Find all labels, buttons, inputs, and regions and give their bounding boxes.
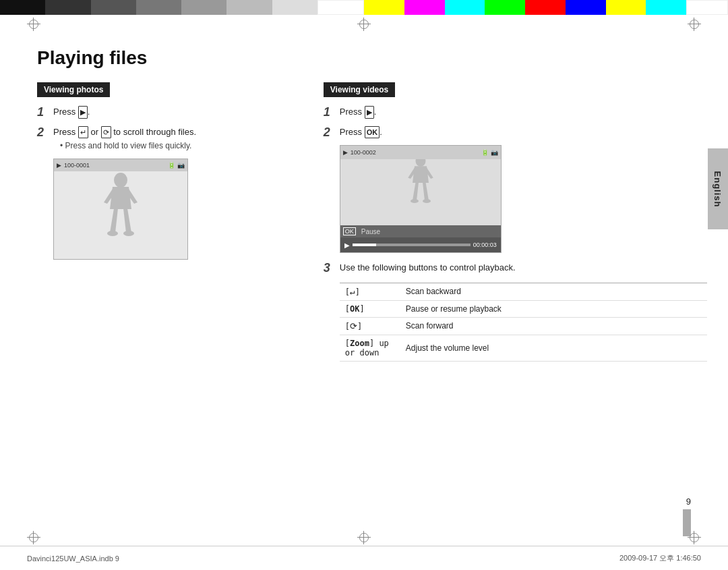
svg-marker-12 <box>413 182 419 200</box>
svg-point-14 <box>411 199 419 203</box>
left-button-icon: ↵ <box>78 126 88 139</box>
color-swatch-cyan2 <box>646 0 686 15</box>
video-label-bar: OK Pause <box>340 225 501 237</box>
spacer <box>324 47 691 82</box>
preview-filename: 100-0001 <box>64 162 90 169</box>
key-left: [↵] <box>345 287 360 297</box>
right-button-icon: ⟳ <box>101 126 111 139</box>
video-preview-icons: 🔋 📷 <box>481 149 498 156</box>
photos-step2-text: Press ↵ or ⟳ to scroll through files. <box>53 127 196 137</box>
svg-point-6 <box>107 231 118 236</box>
video-preview-play-icon: ▶ <box>343 149 348 156</box>
color-swatch-green <box>485 0 525 15</box>
control-key-scan-backward: [↵] <box>340 283 400 300</box>
viewing-photos-header: Viewing photos <box>37 82 110 97</box>
svg-marker-5 <box>123 208 131 233</box>
color-swatch-cyan <box>445 0 485 15</box>
video-progress-fill <box>353 244 376 246</box>
color-swatch <box>136 0 181 15</box>
videos-step3-text: Use the following buttons to control pla… <box>340 261 516 273</box>
play-button-icon: ▶ <box>78 106 88 119</box>
svg-point-0 <box>114 173 127 188</box>
videos-step-number-1: 1 <box>324 105 334 120</box>
photos-step2: 2 Press ↵ or ⟳ to scroll through files. … <box>37 125 303 152</box>
control-key-scan-forward: [⟳] <box>340 317 400 335</box>
photos-step1-text: Press ▶. <box>53 105 303 119</box>
crosshair-top-center <box>357 18 371 31</box>
color-swatch-magenta <box>404 0 445 15</box>
footer-right: 2009-09-17 오후 1:46:50 <box>619 553 701 563</box>
video-ok-label: OK <box>343 227 356 235</box>
english-sidebar: English <box>708 148 728 229</box>
svg-marker-13 <box>423 182 429 200</box>
svg-point-7 <box>123 231 134 236</box>
top-bar-right <box>364 0 728 15</box>
color-swatch-white <box>686 0 728 15</box>
top-registration-area <box>0 15 728 34</box>
videos-step-number-2: 2 <box>324 125 334 140</box>
video-person-silhouette <box>400 152 441 213</box>
video-preview-filename: 100-0002 <box>351 149 376 156</box>
control-row-scan-backward: [↵] Scan backward <box>340 283 707 300</box>
video-figure-area <box>340 149 501 217</box>
control-row-scan-forward: [⟳] Scan forward <box>340 317 707 335</box>
key-ok: [OK] <box>345 304 365 314</box>
page-number: 9 <box>686 496 691 507</box>
crosshair-bottom-right <box>688 531 701 544</box>
video-play-small-icon: ▶ <box>344 241 350 249</box>
color-swatch <box>0 0 45 15</box>
videos-step-number-3: 3 <box>324 261 334 276</box>
color-swatch <box>91 0 136 15</box>
color-swatch-blue <box>566 0 606 15</box>
key-zoom: [Zoom] up or down <box>345 339 389 358</box>
preview-icons: 🔋 📷 <box>168 162 185 169</box>
video-progress-bar <box>353 244 471 246</box>
color-swatch <box>226 0 272 15</box>
key-right: [⟳] <box>345 322 362 331</box>
footer-left: Davinci125UW_ASIA.indb 9 <box>27 554 119 563</box>
main-content: Playing files Viewing photos 1 Press ▶. … <box>0 34 728 375</box>
control-row-pause: [OK] Pause or resume playback <box>340 300 707 317</box>
step-number-1: 1 <box>37 105 48 120</box>
control-table: [↵] Scan backward [OK] Pause or resume p… <box>340 283 707 362</box>
crosshair-top-right <box>688 18 701 31</box>
color-swatch <box>45 0 90 15</box>
photos-step1: 1 Press ▶. <box>37 105 303 120</box>
step-number-2: 2 <box>37 125 48 140</box>
viewing-photos-block: Viewing photos 1 Press ▶. 2 Press ↵ or ⟳… <box>37 82 303 260</box>
color-swatch <box>181 0 226 15</box>
svg-point-15 <box>423 199 431 203</box>
photos-bullet-note: Press and hold to view files quickly. <box>53 140 303 152</box>
top-bar-left <box>0 0 364 15</box>
videos-step1-text: Press ▶. <box>340 105 691 119</box>
control-key-pause: [OK] <box>340 300 400 317</box>
color-swatch <box>272 0 317 15</box>
control-row-volume: [Zoom] up or down Adjust the volume leve… <box>340 335 707 361</box>
crosshair-bottom-left <box>27 531 40 544</box>
control-desc-volume: Adjust the volume level <box>400 335 707 361</box>
videos-step2-text: Press OK. <box>340 125 691 139</box>
crosshair-bottom-center <box>357 531 371 544</box>
footer: Davinci125UW_ASIA.indb 9 2009-09-17 오후 1… <box>0 546 728 570</box>
color-swatch-yellow <box>364 0 404 15</box>
video-pause-label: Pause <box>361 228 380 235</box>
control-desc-scan-forward: Scan forward <box>400 317 707 335</box>
control-desc-scan-backward: Scan backward <box>400 283 707 300</box>
viewing-photos-section: Playing files Viewing photos 1 Press ▶. … <box>37 47 303 368</box>
videos-step1: 1 Press ▶. <box>324 105 691 120</box>
video-play-icon: ▶ <box>365 106 374 119</box>
bottom-registration-area <box>0 530 728 546</box>
top-color-bar <box>0 0 728 15</box>
page-title: Playing files <box>37 47 303 69</box>
color-swatch-yellow2 <box>606 0 646 15</box>
viewing-videos-block: Viewing videos 1 Press ▶. 2 Press OK. ▶ … <box>324 82 691 362</box>
video-preview-bar: ▶ 100-0002 🔋 📷 <box>340 146 501 159</box>
preview-bar: ▶ 100-0001 🔋 📷 <box>54 159 187 171</box>
video-preview-box: ▶ 100-0002 🔋 📷 <box>340 145 502 253</box>
photo-preview-box: ▶ 100-0001 🔋 📷 <box>53 159 188 260</box>
color-swatch-red <box>525 0 566 15</box>
control-table-body: [↵] Scan backward [OK] Pause or resume p… <box>340 283 707 361</box>
viewing-videos-section: Viewing videos 1 Press ▶. 2 Press OK. ▶ … <box>324 47 691 368</box>
color-swatch <box>317 0 364 15</box>
videos-step3: 3 Use the following buttons to control p… <box>324 261 691 276</box>
